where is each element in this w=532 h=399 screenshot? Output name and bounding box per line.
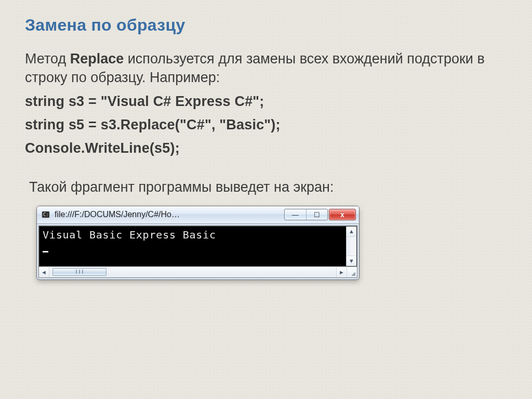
scroll-up-arrow-icon[interactable]: ▲ — [347, 227, 356, 237]
scroll-grip-icon — [76, 270, 83, 274]
console-cursor — [43, 251, 48, 252]
code-line-1: string s3 = "Visual C# Express C#"; — [25, 94, 507, 110]
lead-text: Такой фрагмент программы выведет на экра… — [29, 179, 507, 195]
intro-method-name: Replace — [70, 51, 124, 66]
minimize-maximize-group[interactable]: — ☐ — [284, 209, 328, 220]
vertical-scroll-track[interactable] — [347, 237, 356, 256]
horizontal-scroll-thumb[interactable] — [52, 268, 107, 276]
console-client-area: Visual Basic Express Basic ▲ ▼ ◄ ► — [38, 225, 357, 278]
resize-grip-icon[interactable] — [347, 267, 357, 277]
code-line-2: string s5 = s3.Replace("C#", "Basic"); — [25, 117, 507, 133]
scroll-down-arrow-icon[interactable]: ▼ — [347, 256, 356, 266]
slide-title: Замена по образцу — [25, 16, 507, 35]
console-window: C: file:///F:/DOCUMS/Jenny/C#/Ho… — ☐ x … — [36, 206, 360, 280]
window-titlebar[interactable]: C: file:///F:/DOCUMS/Jenny/C#/Ho… — ☐ x — [37, 206, 359, 224]
horizontal-scrollbar[interactable]: ◄ ► — [39, 267, 357, 277]
intro-paragraph: Метод Replace используется для замены вс… — [25, 49, 507, 87]
scroll-right-arrow-icon[interactable]: ► — [336, 267, 347, 277]
scroll-left-arrow-icon[interactable]: ◄ — [39, 267, 49, 277]
intro-prefix: Метод — [25, 51, 70, 66]
window-title-text: file:///F:/DOCUMS/Jenny/C#/Ho… — [55, 210, 180, 219]
maximize-button[interactable]: ☐ — [307, 209, 328, 220]
console-output-line: Visual Basic Express Basic — [43, 229, 216, 241]
code-line-3: Console.WriteLine(s5); — [25, 140, 507, 156]
console-icon: C: — [41, 210, 50, 219]
svg-text:C:: C: — [43, 212, 49, 217]
horizontal-scroll-track[interactable] — [49, 267, 336, 277]
console-output: Visual Basic Express Basic — [39, 226, 357, 267]
vertical-scrollbar[interactable]: ▲ ▼ — [346, 227, 356, 266]
close-button[interactable]: x — [329, 209, 356, 220]
minimize-button[interactable]: — — [285, 209, 307, 220]
